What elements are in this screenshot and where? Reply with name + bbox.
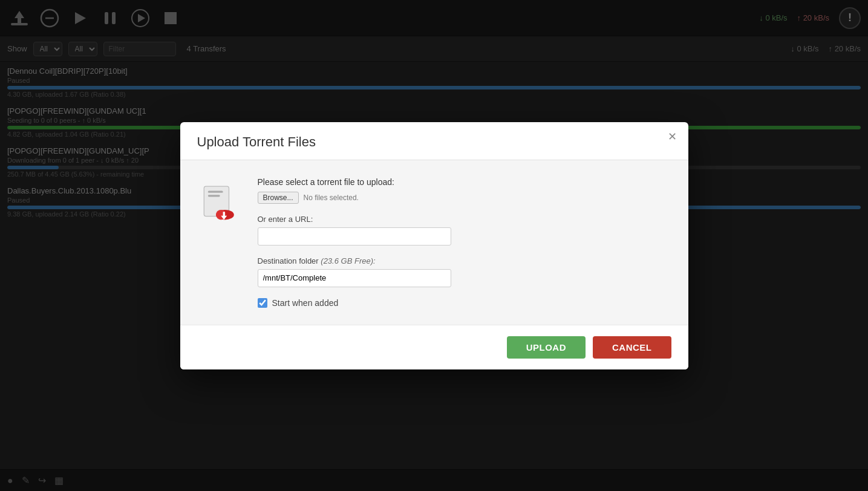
dest-free: (23.6 GB Free): — [321, 256, 375, 265]
svg-rect-12 — [207, 195, 220, 197]
start-checkbox[interactable] — [258, 298, 267, 308]
browse-button[interactable]: Browse... — [258, 192, 299, 204]
torrent-icon — [197, 182, 241, 226]
upload-button[interactable]: UPLOAD — [507, 336, 586, 359]
url-input[interactable] — [258, 227, 451, 246]
dest-label: Destination folder (23.6 GB Free): — [258, 256, 671, 265]
cancel-button[interactable]: CANCEL — [593, 336, 671, 359]
upload-modal: ✕ Upload Torrent Files — [180, 122, 688, 369]
svg-rect-11 — [207, 190, 223, 192]
url-label: Or enter a URL: — [258, 215, 671, 224]
modal-close-button[interactable]: ✕ — [665, 129, 680, 144]
modal-overlay: ✕ Upload Torrent Files — [0, 0, 868, 491]
modal-form: Please select a torrent file to upload: … — [258, 177, 671, 308]
file-select-label: Please select a torrent file to upload: — [258, 177, 671, 187]
dest-input[interactable] — [258, 269, 451, 287]
start-when-added-row: Start when added — [258, 298, 671, 308]
file-row: Browse... No files selected. — [258, 192, 671, 204]
modal-body: Please select a torrent file to upload: … — [180, 160, 688, 325]
modal-header: Upload Torrent Files — [180, 122, 688, 160]
start-label[interactable]: Start when added — [272, 298, 339, 308]
modal-title: Upload Torrent Files — [197, 134, 671, 150]
no-files-label: No files selected. — [304, 193, 359, 202]
modal-footer: UPLOAD CANCEL — [180, 325, 688, 369]
